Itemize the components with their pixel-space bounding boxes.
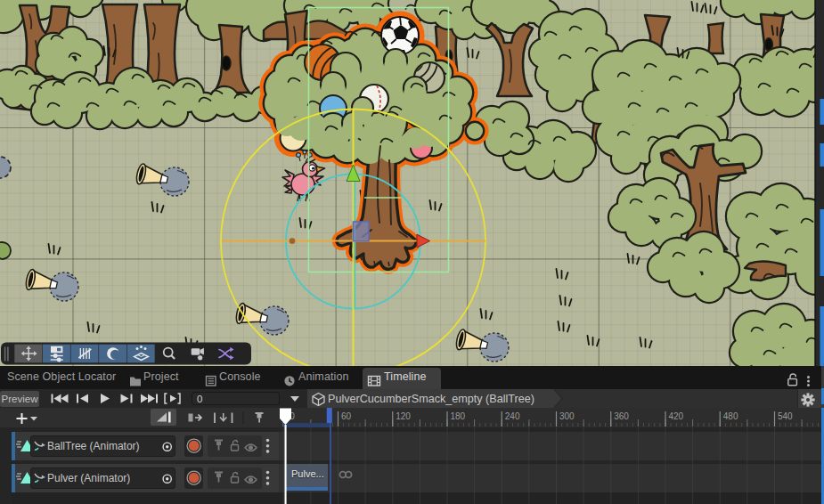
svg-text:180: 180 — [451, 411, 466, 421]
svg-text:420: 420 — [669, 411, 684, 421]
svg-text:300: 300 — [559, 411, 575, 421]
svg-text:480: 480 — [723, 411, 738, 421]
svg-text:120: 120 — [396, 411, 411, 421]
svg-text:240: 240 — [505, 411, 520, 421]
svg-text:540: 540 — [778, 411, 793, 421]
svg-text:60: 60 — [341, 411, 352, 421]
svg-text:360: 360 — [614, 411, 629, 421]
